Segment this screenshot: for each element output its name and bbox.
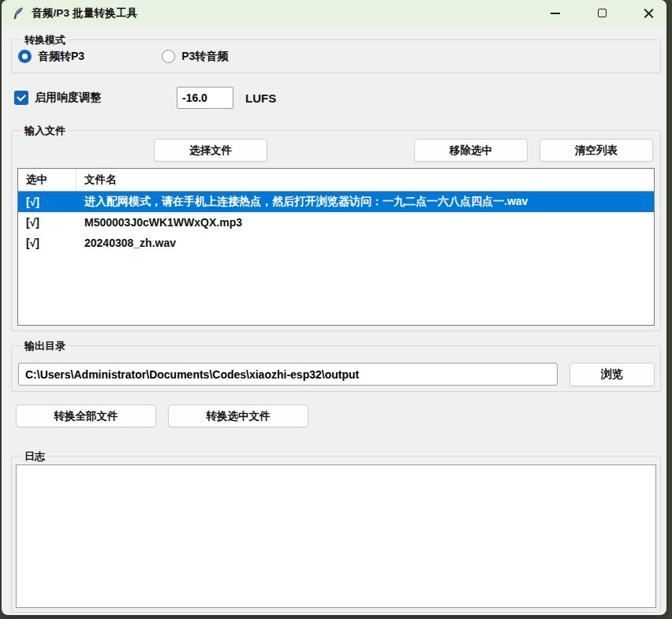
maximize-button[interactable]: [584, 0, 620, 26]
titlebar[interactable]: 音频/P3 批量转换工具: [2, 0, 666, 26]
row-checkmark: [√]: [18, 216, 77, 229]
table-row[interactable]: [√] 20240308_zh.wav: [18, 233, 654, 253]
minimize-icon: [551, 13, 560, 14]
loudness-value-input[interactable]: [177, 87, 233, 109]
radio-audio-to-p3-label: 音频转P3: [38, 50, 84, 64]
file-table: 选中 文件名 [√] 进入配网模式，请在手机上连接热点，然后打开浏览器访问：一九…: [17, 168, 655, 326]
clear-list-button[interactable]: 清空列表: [539, 139, 653, 162]
log-groupbox: 日志: [11, 456, 661, 613]
mode-options-row: 音频转P3 P3转音频: [12, 40, 660, 73]
row-filename: 20240308_zh.wav: [77, 237, 654, 249]
table-row[interactable]: [√] 进入配网模式，请在手机上连接热点，然后打开浏览器访问：一九二点一六八点四…: [18, 192, 654, 212]
row-checkmark: [√]: [18, 196, 77, 208]
window-controls: [537, 0, 666, 26]
window-body: 转换模式 音频转P3 P3转音频 启用响度调整 LUFS 输入文件 选择文件: [2, 39, 666, 613]
loudness-row: 启用响度调整 LUFS: [14, 87, 661, 109]
input-files-label: 输入文件: [21, 124, 69, 137]
minimize-button[interactable]: [537, 0, 573, 26]
row-filename: M500003J0cWK1WWxQX.mp3: [77, 216, 654, 229]
app-window: 音频/P3 批量转换工具 转换模式 音频转P3 P3转音频: [2, 0, 666, 615]
file-table-header: 选中 文件名: [18, 169, 654, 192]
output-dir-label: 输出目录: [21, 339, 69, 352]
row-checkmark: [√]: [18, 237, 77, 249]
loudness-checkbox-label: 启用响度调整: [35, 91, 101, 105]
radio-p3-to-audio-label: P3转音频: [181, 50, 228, 64]
radio-selected-icon: [18, 50, 32, 63]
row-filename: 进入配网模式，请在手机上连接热点，然后打开浏览器访问：一九二点一六八点四点一.w…: [77, 195, 654, 209]
input-files-groupbox: 输入文件 选择文件 移除选中 清空列表 选中 文件名 [√] 进入配网模式，请在…: [11, 130, 661, 331]
remove-selected-button[interactable]: 移除选中: [414, 139, 528, 162]
log-textarea[interactable]: [16, 464, 656, 608]
mode-group-label: 转换模式: [21, 33, 69, 47]
table-row[interactable]: [√] M500003J0cWK1WWxQX.mp3: [18, 212, 654, 233]
close-icon: [644, 8, 654, 18]
output-path-input[interactable]: [18, 363, 558, 386]
mode-groupbox: 转换模式 音频转P3 P3转音频: [11, 39, 661, 73]
convert-all-button[interactable]: 转换全部文件: [16, 405, 156, 427]
column-header-filename[interactable]: 文件名: [77, 169, 654, 191]
radio-unselected-icon: [162, 50, 175, 63]
column-header-checked[interactable]: 选中: [18, 169, 77, 191]
convert-selected-button[interactable]: 转换选中文件: [168, 405, 308, 427]
lufs-unit-label: LUFS: [245, 91, 276, 105]
loudness-checkbox[interactable]: [14, 91, 28, 105]
browse-button[interactable]: 浏览: [569, 363, 655, 386]
radio-audio-to-p3[interactable]: 音频转P3: [18, 50, 84, 64]
feather-app-icon: [11, 6, 25, 21]
log-label: 日志: [21, 449, 48, 463]
output-dir-groupbox: 输出目录 浏览: [11, 345, 661, 392]
close-button[interactable]: [630, 0, 666, 26]
window-title: 音频/P3 批量转换工具: [32, 6, 137, 21]
radio-p3-to-audio[interactable]: P3转音频: [162, 50, 228, 64]
maximize-icon: [598, 9, 607, 17]
convert-actions-row: 转换全部文件 转换选中文件: [16, 405, 661, 427]
select-files-button[interactable]: 选择文件: [154, 139, 267, 162]
